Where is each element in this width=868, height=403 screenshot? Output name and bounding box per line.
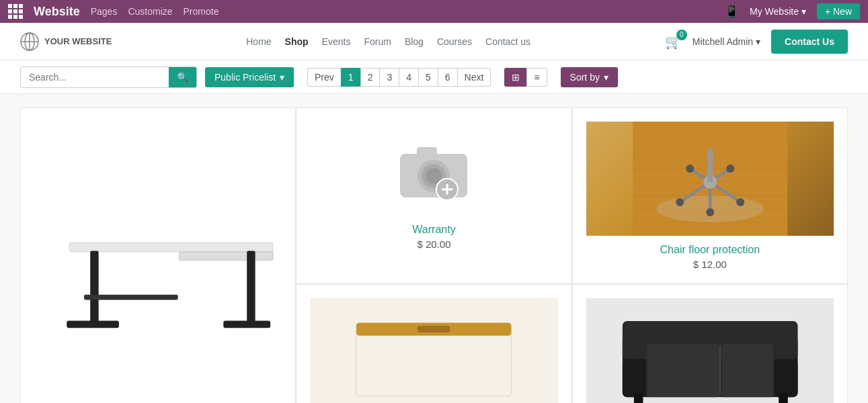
svg-point-29 bbox=[736, 198, 744, 206]
product-grid: Warranty $ 20.00 bbox=[0, 94, 868, 403]
admin-nav-promote[interactable]: Promote bbox=[184, 6, 219, 17]
nav-contact[interactable]: Contact us bbox=[485, 36, 530, 47]
page-3-button[interactable]: 3 bbox=[379, 68, 399, 87]
svg-rect-10 bbox=[84, 295, 178, 300]
grid-menu-icon[interactable] bbox=[8, 4, 23, 19]
product-cable-box[interactable] bbox=[296, 284, 571, 403]
next-button[interactable]: Next bbox=[457, 68, 491, 87]
nav-shop[interactable]: Shop bbox=[285, 36, 309, 47]
shop-toolbar: 🔍 Public Pricelist ▾ Prev 1 2 3 4 5 6 Ne… bbox=[0, 60, 868, 94]
chevron-down-icon: ▾ bbox=[280, 72, 284, 83]
sort-button[interactable]: Sort by ▾ bbox=[561, 67, 618, 87]
page-6-button[interactable]: 6 bbox=[438, 68, 457, 87]
logo-text: YOUR WEBSITE bbox=[44, 36, 112, 46]
svg-rect-43 bbox=[647, 344, 719, 397]
svg-point-31 bbox=[706, 208, 714, 216]
search-input[interactable] bbox=[21, 68, 169, 87]
svg-point-32 bbox=[726, 165, 734, 173]
chevron-down-icon: ▾ bbox=[604, 72, 608, 83]
search-button[interactable]: 🔍 bbox=[169, 67, 196, 87]
admin-nav-pages[interactable]: Pages bbox=[91, 6, 118, 17]
site-logo[interactable]: YOUR WEBSITE bbox=[20, 32, 112, 51]
nav-events[interactable]: Events bbox=[322, 36, 351, 47]
svg-rect-9 bbox=[223, 320, 270, 328]
product-sofa[interactable] bbox=[572, 284, 848, 403]
prev-button[interactable]: Prev bbox=[307, 68, 341, 87]
my-website-dropdown[interactable]: My Website ▾ bbox=[750, 6, 806, 17]
svg-rect-35 bbox=[707, 148, 713, 182]
cart-badge: 0 bbox=[676, 30, 687, 40]
nav-blog[interactable]: Blog bbox=[405, 36, 424, 47]
svg-rect-4 bbox=[69, 242, 273, 252]
chair-floor-image bbox=[586, 122, 834, 236]
chair-floor-name: Chair floor protection bbox=[660, 244, 760, 256]
svg-rect-44 bbox=[721, 344, 773, 397]
warranty-price: $ 20.00 bbox=[417, 238, 450, 250]
contact-us-button[interactable]: Contact Us bbox=[771, 30, 848, 54]
svg-point-30 bbox=[676, 198, 684, 206]
sofa-image bbox=[586, 298, 834, 403]
pagination: Prev 1 2 3 4 5 6 Next bbox=[307, 68, 491, 87]
site-nav-links: Home Shop Events Forum Blog Courses Cont… bbox=[246, 36, 530, 47]
site-nav-right: 🛒 0 Mitchell Admin ▾ Contact Us bbox=[665, 30, 848, 54]
svg-rect-8 bbox=[67, 320, 119, 328]
pricelist-button[interactable]: Public Pricelist ▾ bbox=[205, 67, 294, 87]
svg-rect-36 bbox=[356, 331, 512, 396]
svg-rect-5 bbox=[179, 252, 273, 260]
page-2-button[interactable]: 2 bbox=[360, 68, 380, 87]
admin-nav-customize[interactable]: Customize bbox=[128, 6, 172, 17]
warranty-image bbox=[310, 122, 557, 216]
svg-rect-12 bbox=[417, 147, 437, 156]
user-dropdown[interactable]: Mitchell Admin ▾ bbox=[693, 36, 760, 47]
cable-box-image bbox=[310, 298, 557, 403]
list-view-button[interactable]: ≡ bbox=[526, 68, 547, 87]
product-chair-floor[interactable]: Chair floor protection $ 12.00 bbox=[572, 107, 848, 284]
warranty-name: Warranty bbox=[412, 224, 455, 236]
mobile-preview-icon[interactable]: 📱 bbox=[724, 4, 739, 19]
product-warranty[interactable]: Warranty $ 20.00 bbox=[296, 107, 571, 284]
page-4-button[interactable]: 4 bbox=[399, 68, 418, 87]
svg-rect-46 bbox=[633, 394, 643, 403]
user-name: Mitchell Admin bbox=[693, 36, 753, 47]
chevron-down-icon: ▾ bbox=[756, 36, 760, 47]
view-toggle: ⊞ ≡ bbox=[504, 68, 547, 87]
chevron-down-icon: ▾ bbox=[801, 6, 806, 17]
search-wrapper: 🔍 bbox=[20, 66, 197, 88]
svg-rect-6 bbox=[90, 251, 98, 324]
desk-image bbox=[28, 115, 288, 370]
svg-rect-7 bbox=[247, 251, 255, 324]
svg-point-33 bbox=[686, 165, 694, 173]
grid-view-button[interactable]: ⊞ bbox=[504, 68, 526, 87]
svg-rect-38 bbox=[418, 326, 450, 332]
admin-brand: Website bbox=[34, 5, 80, 19]
page-5-button[interactable]: 5 bbox=[418, 68, 438, 87]
nav-forum[interactable]: Forum bbox=[364, 36, 391, 47]
cart-icon[interactable]: 🛒 0 bbox=[665, 34, 682, 50]
new-button[interactable]: + New bbox=[817, 3, 860, 19]
site-nav: YOUR WEBSITE Home Shop Events Forum Blog… bbox=[0, 23, 868, 60]
svg-rect-47 bbox=[779, 394, 788, 403]
chair-floor-price: $ 12.00 bbox=[693, 259, 727, 270]
admin-bar: Website Pages Customize Promote 📱 My Web… bbox=[0, 0, 868, 23]
page-1-button[interactable]: 1 bbox=[341, 68, 360, 87]
product-desk[interactable] bbox=[20, 107, 296, 403]
nav-home[interactable]: Home bbox=[246, 36, 271, 47]
nav-courses[interactable]: Courses bbox=[437, 36, 472, 47]
